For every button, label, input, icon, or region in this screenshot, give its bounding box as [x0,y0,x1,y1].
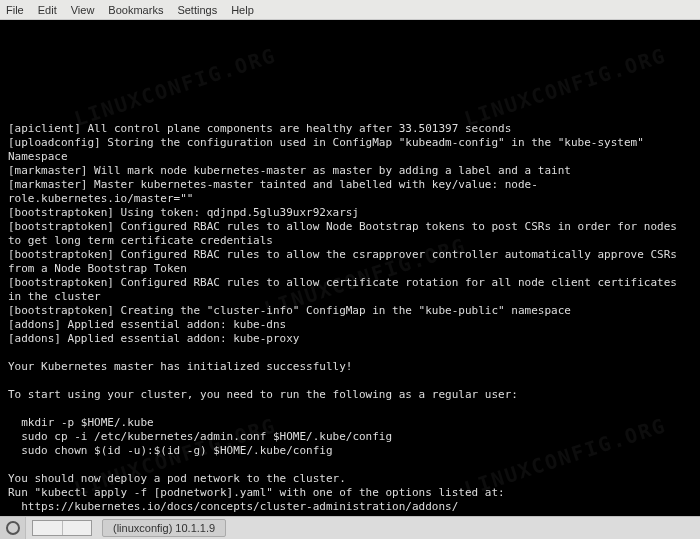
terminal-line: [bootstraptoken] Creating the "cluster-i… [8,304,694,318]
terminal-line: Run "kubectl apply -f [podnetwork].yaml"… [8,486,694,500]
start-icon [6,521,20,535]
menu-view[interactable]: View [71,4,95,16]
terminal-line [8,458,694,472]
watermark: LINUXCONFIG.ORG [73,48,278,126]
terminal-line: To start using your cluster, you need to… [8,388,694,402]
terminal-line: [uploadconfig] Storing the configuration… [8,136,694,164]
start-button[interactable] [0,517,26,540]
terminal-line: You should now deploy a pod network to t… [8,472,694,486]
menu-file[interactable]: File [6,4,24,16]
workspace-switcher[interactable] [32,520,92,536]
terminal-output: [apiclient] All control plane components… [8,122,694,516]
menu-settings[interactable]: Settings [177,4,217,16]
taskbar: (linuxconfig) 10.1.1.9 [0,516,700,539]
terminal-line: sudo chown $(id -u):$(id -g) $HOME/.kube… [8,444,694,458]
menu-help[interactable]: Help [231,4,254,16]
terminal-line: [bootstraptoken] Configured RBAC rules t… [8,248,694,276]
terminal-line [8,402,694,416]
terminal-line [8,374,694,388]
terminal-line: [addons] Applied essential addon: kube-p… [8,332,694,346]
terminal-line: [bootstraptoken] Configured RBAC rules t… [8,276,694,304]
menu-bookmarks[interactable]: Bookmarks [108,4,163,16]
terminal-line: [addons] Applied essential addon: kube-d… [8,318,694,332]
terminal-line [8,346,694,360]
terminal[interactable]: LINUXCONFIG.ORG LINUXCONFIG.ORG LINUXCON… [0,20,700,516]
terminal-line [8,514,694,516]
terminal-line: [markmaster] Master kubernetes-master ta… [8,178,694,206]
taskbar-item-terminal[interactable]: (linuxconfig) 10.1.1.9 [102,519,226,537]
menu-edit[interactable]: Edit [38,4,57,16]
terminal-line: [apiclient] All control plane components… [8,122,694,136]
terminal-line: [bootstraptoken] Using token: qdjnpd.5gl… [8,206,694,220]
watermark: LINUXCONFIG.ORG [463,48,668,126]
terminal-line: mkdir -p $HOME/.kube [8,416,694,430]
terminal-line: https://kubernetes.io/docs/concepts/clus… [8,500,694,514]
terminal-line: [bootstraptoken] Configured RBAC rules t… [8,220,694,248]
menubar: File Edit View Bookmarks Settings Help [0,0,700,20]
terminal-line: [markmaster] Will mark node kubernetes-m… [8,164,694,178]
terminal-line: sudo cp -i /etc/kubernetes/admin.conf $H… [8,430,694,444]
terminal-line: Your Kubernetes master has initialized s… [8,360,694,374]
